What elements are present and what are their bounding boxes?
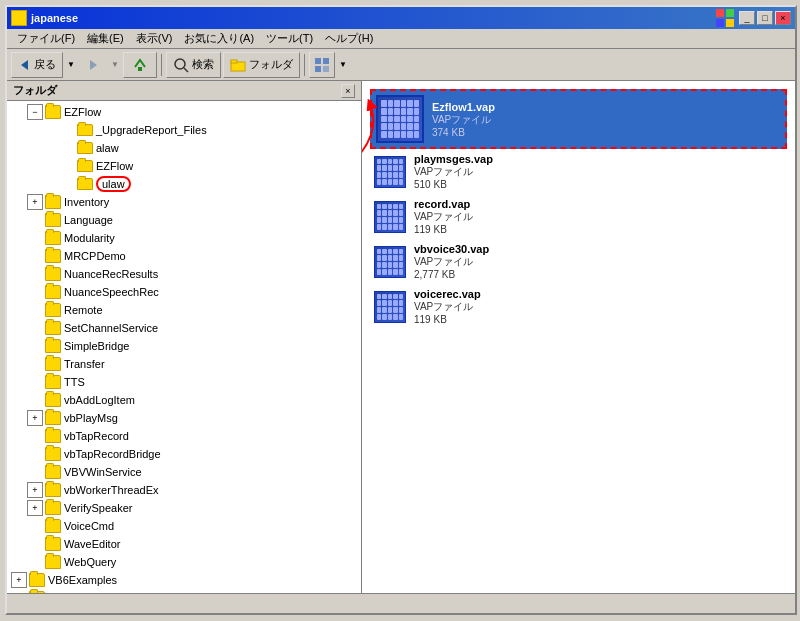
forward-arrow-icon: [86, 58, 100, 72]
expander-vbworker[interactable]: +: [27, 482, 43, 498]
tree-item-vb6examples[interactable]: + VB6Examples: [7, 571, 361, 589]
svg-rect-10: [323, 58, 329, 64]
sidebar-tree[interactable]: − EZFlow _UpgradeReport_Files alaw: [7, 101, 361, 593]
tree-item-vbtaprecord[interactable]: vbTapRecord: [7, 427, 361, 445]
file-type-playmsges: VAPファイル: [414, 165, 493, 179]
tree-item-language[interactable]: Language: [7, 211, 361, 229]
file-item-ezflow1[interactable]: Ezflow1.vap VAPファイル 374 KB: [370, 89, 787, 149]
label-remote: Remote: [64, 304, 103, 316]
tree-item-mrcpdemo[interactable]: MRCPDemo: [7, 247, 361, 265]
file-size-record: 119 KB: [414, 224, 473, 235]
label-vbaddlog: vbAddLogItem: [64, 394, 135, 406]
expander-ezflow[interactable]: −: [27, 104, 43, 120]
expander-empty-waveeditor: [27, 536, 43, 552]
folder-icon-language: [45, 213, 61, 227]
tree-item-verifyspeaker[interactable]: + VerifySpeaker: [7, 499, 361, 517]
menubar: ファイル(F) 編集(E) 表示(V) お気に入り(A) ツール(T) ヘルプ(…: [7, 29, 795, 49]
expander-vbplaymsg[interactable]: +: [27, 410, 43, 426]
tree-item-transfer[interactable]: Transfer: [7, 355, 361, 373]
up-arrow-icon: [132, 57, 148, 73]
svg-rect-4: [138, 67, 142, 71]
titlebar: japanese _ □ ×: [7, 7, 795, 29]
folder-button[interactable]: フォルダ: [223, 52, 300, 78]
sidebar-close-button[interactable]: ×: [341, 84, 355, 98]
file-item-record[interactable]: record.vap VAPファイル 119 KB: [370, 194, 787, 239]
expander-inventory[interactable]: +: [27, 194, 43, 210]
folder-icon-ulaw: [77, 178, 93, 190]
menu-favorites[interactable]: お気に入り(A): [178, 29, 260, 48]
tree-item-inventory[interactable]: + Inventory: [7, 193, 361, 211]
tree-item-ezflow[interactable]: − EZFlow: [7, 103, 361, 121]
tree-item-vbaddlog[interactable]: vbAddLogItem: [7, 391, 361, 409]
forward-button[interactable]: [79, 52, 107, 78]
tree-item-webquery[interactable]: WebQuery: [7, 553, 361, 571]
svg-rect-8: [231, 60, 237, 63]
expander-empty-nuancespeech: [27, 284, 43, 300]
folder-icon-inventory: [45, 195, 61, 209]
up-button[interactable]: [123, 52, 157, 78]
folder-icon-vb6examples: [29, 573, 45, 587]
expander-vb6examples[interactable]: +: [11, 572, 27, 588]
file-info-playmsges: playmsges.vap VAPファイル 510 KB: [414, 153, 493, 190]
expander-empty-remote: [27, 302, 43, 318]
view-button[interactable]: [309, 52, 335, 78]
file-list: Ezflow1.vap VAPファイル 374 KB: [370, 89, 787, 329]
tree-item-vbvwin[interactable]: VBVWinService: [7, 463, 361, 481]
expander-empty-setchannel: [27, 320, 43, 336]
file-item-vbvoice30[interactable]: vbvoice30.vap VAPファイル 2,777 KB: [370, 239, 787, 284]
tree-item-modularity[interactable]: Modularity: [7, 229, 361, 247]
separator-2: [304, 54, 305, 76]
label-tts: TTS: [64, 376, 85, 388]
close-button[interactable]: ×: [775, 11, 791, 25]
file-item-voicerec[interactable]: voicerec.vap VAPファイル 119 KB: [370, 284, 787, 329]
file-info-voicerec: voicerec.vap VAPファイル 119 KB: [414, 288, 481, 325]
view-dropdown[interactable]: ▼: [337, 52, 349, 78]
menu-file[interactable]: ファイル(F): [11, 29, 81, 48]
minimize-button[interactable]: _: [739, 11, 755, 25]
svg-rect-0: [716, 9, 724, 17]
tree-item-waveeditor[interactable]: WaveEditor: [7, 535, 361, 553]
back-dropdown[interactable]: ▼: [65, 52, 77, 78]
label-transfer: Transfer: [64, 358, 105, 370]
folder-icon-ezflow-sub: [77, 160, 93, 172]
expander-empty-nuancerec: [27, 266, 43, 282]
tree-item-remote[interactable]: Remote: [7, 301, 361, 319]
maximize-button[interactable]: □: [757, 11, 773, 25]
file-info-ezflow1: Ezflow1.vap VAPファイル 374 KB: [432, 101, 495, 138]
file-info-vbvoice30: vbvoice30.vap VAPファイル 2,777 KB: [414, 243, 489, 280]
tree-item-nuancerec[interactable]: NuanceRecResults: [7, 265, 361, 283]
folder-icon-vbplaymsg: [45, 411, 61, 425]
folder-icon-simplebridge: [45, 339, 61, 353]
view-icon: [314, 57, 330, 73]
expander-verifyspeaker[interactable]: +: [27, 500, 43, 516]
expander-empty-modularity: [27, 230, 43, 246]
file-type-voicerec: VAPファイル: [414, 300, 481, 314]
tree-item-nuancespeech[interactable]: NuanceSpeechRec: [7, 283, 361, 301]
menu-edit[interactable]: 編集(E): [81, 29, 130, 48]
tree-item-simplebridge[interactable]: SimpleBridge: [7, 337, 361, 355]
file-item-playmsges[interactable]: playmsges.vap VAPファイル 510 KB: [370, 149, 787, 194]
window-title: japanese: [11, 10, 78, 26]
tree-item-ulaw[interactable]: ulaw: [7, 175, 361, 193]
tree-item-voicecmd[interactable]: VoiceCmd: [7, 517, 361, 535]
folder-icon-upgrade: [77, 124, 93, 136]
tree-item-vbplaymsg[interactable]: + vbPlayMsg: [7, 409, 361, 427]
search-button[interactable]: 検索: [166, 52, 221, 78]
tree-item-ezflow-sub[interactable]: EZFlow: [7, 157, 361, 175]
file-name-record: record.vap: [414, 198, 473, 210]
tree-item-upgrade[interactable]: _UpgradeReport_Files: [7, 121, 361, 139]
tree-item-tts[interactable]: TTS: [7, 373, 361, 391]
tree-item-vbtaprecordbridge[interactable]: vbTapRecordBridge: [7, 445, 361, 463]
tree-item-vbworker[interactable]: + vbWorkerThreadEx: [7, 481, 361, 499]
menu-tools[interactable]: ツール(T): [260, 29, 319, 48]
folder-icon-vbworker: [45, 483, 61, 497]
label-vbworker: vbWorkerThreadEx: [64, 484, 159, 496]
tree-item-alaw[interactable]: alaw: [7, 139, 361, 157]
content-area: Ezflow1.vap VAPファイル 374 KB: [362, 81, 795, 593]
menu-help[interactable]: ヘルプ(H): [319, 29, 379, 48]
main-window: japanese _ □ × ファイル(F) 編集(E) 表示(V) お気に入り…: [5, 5, 797, 615]
back-button[interactable]: 戻る: [11, 52, 63, 78]
menu-view[interactable]: 表示(V): [130, 29, 179, 48]
forward-dropdown[interactable]: ▼: [109, 52, 121, 78]
tree-item-setchannel[interactable]: SetChannelService: [7, 319, 361, 337]
